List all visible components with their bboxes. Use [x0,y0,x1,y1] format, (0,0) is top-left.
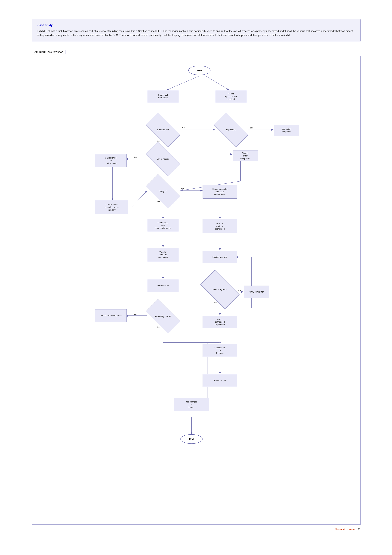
svg-line-2 [206,76,229,90]
flowchart: Start Phone call from client Repair requ… [36,61,356,520]
repair-form-node: Repair requisition form received [215,90,247,103]
investigate-node: Investigate discrepancy [95,309,127,322]
start-node: Start [188,66,210,75]
yes-label-invoiceagreed: Yes [214,301,217,304]
job-charged-node: Job charged to ledger [174,398,209,411]
no-label-dlo: No [181,188,184,190]
yes-label-outhours: Yes [134,156,137,158]
yes-label-agreedbyclient: Yes [157,326,160,328]
out-of-hours-diamond: Out of hours? [147,150,179,168]
exhibit-label: Exhibit 8: [34,51,46,53]
exhibit-title: Task flowchart [46,51,64,53]
dlo-job-diamond: DLO job? [147,183,179,200]
call-diverted-node: Call diverted to control room [95,154,127,167]
case-study-text: Exhibit 8 shows a task flowchart produce… [37,29,355,37]
footer-page: 11 [358,528,361,530]
flowchart-container: Start Phone call from client Repair requ… [32,56,361,525]
yes-label-dlo: Yes [157,200,160,203]
footer-text: The map to success [335,528,355,530]
exhibit-heading: Exhibit 8: Task flowchart [32,50,66,54]
wait-contractor-node: Wait for job to be completed [203,219,237,233]
invoice-finance-node: Invoice sent to Finance [203,344,237,357]
case-study-box: Case study: Exhibit 8 shows a task flowc… [32,19,361,42]
emergency-diamond: Emergency? [147,121,179,139]
invoice-client-node: Invoice client [147,279,179,292]
inspection-diamond: Inspection? [215,121,247,139]
footer: The map to success 11 [32,528,361,530]
invoice-authorised-node: Invoice authorised for payment [203,316,237,328]
agreed-by-client-diamond: Agreed by client? [147,308,179,325]
no-label-agreedbyclient: No [134,313,136,316]
yes-label-inspection: Yes [250,127,253,129]
invoice-agreed-diamond: Invoice agreed? [203,279,237,300]
svg-line-15 [131,191,147,207]
no-label-emergency: No [182,127,185,129]
phone-call-node: Phone call from client [147,90,179,103]
end-node: End [180,434,203,444]
control-room-node: Control room call maintenance stand-by [95,200,128,214]
wait-dlo-node: Wait for job to be completed [147,248,179,262]
svg-line-1 [166,76,200,90]
no-label-invoiceagreed: No [238,290,241,292]
inspection-completed-node: Inspection completed [274,125,299,136]
arrows-svg [36,61,356,520]
case-study-title: Case study: [37,24,355,27]
contractor-paid-node: Contractor paid [203,374,237,387]
phone-contractor-node: Phone contractor and issue confirmation [203,185,237,198]
page: Case study: Exhibit 8 shows a task flowc… [22,0,370,540]
invoice-received-node: Invoice received [203,251,237,263]
notify-contractor-node: Notify contractor [244,285,269,298]
yes-label-emergency: Yes [157,140,160,142]
works-order-node: Works order completed [233,150,258,161]
phone-dlo-node: Phone DLO and issue confirmation [147,219,179,232]
